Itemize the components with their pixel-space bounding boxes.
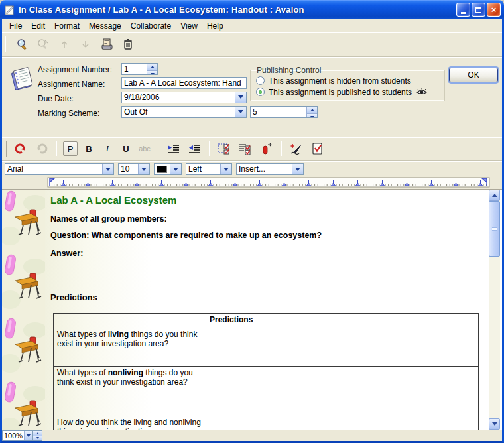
menu-message[interactable]: Message bbox=[84, 20, 126, 32]
out-of-spin-buttons[interactable] bbox=[306, 107, 317, 117]
marking-scheme-select[interactable]: Out Of bbox=[121, 106, 247, 118]
maximize-button[interactable] bbox=[472, 3, 485, 17]
table-row: How do you think the living and nonlivin… bbox=[54, 416, 479, 430]
radio-selected-icon[interactable] bbox=[256, 88, 265, 96]
titlebar[interactable]: In Class Assignment / Lab A - A Local Ec… bbox=[0, 0, 504, 19]
due-date-select[interactable]: 9/18/2006 bbox=[121, 92, 247, 103]
insert-select[interactable]: Insert... bbox=[236, 163, 304, 175]
marking-scheme-dropdown-arrow[interactable] bbox=[235, 107, 246, 117]
alignment-dropdown-arrow[interactable] bbox=[220, 164, 231, 174]
hidden-option[interactable]: This assignment is hidden from students bbox=[256, 76, 444, 86]
due-date-dropdown-arrow[interactable] bbox=[235, 92, 246, 103]
signature-pen-icon bbox=[289, 142, 304, 155]
answer-cell[interactable] bbox=[206, 366, 479, 416]
answer-cell[interactable] bbox=[206, 328, 479, 366]
predictions-heading: Predictions bbox=[50, 292, 489, 302]
document-editor[interactable]: Lab A - A Local Ecosystem Names of all g… bbox=[45, 190, 489, 430]
assignment-number-stepper[interactable]: 1 bbox=[121, 63, 158, 75]
doc-line-question: Question: What components are required t… bbox=[50, 231, 489, 241]
underline-button[interactable]: U bbox=[119, 141, 133, 156]
assignment-form: Assignment Number: 1 Assignment Name: La… bbox=[2, 57, 502, 137]
published-option[interactable]: This assignment is published to students bbox=[256, 88, 444, 97]
close-icon: × bbox=[491, 5, 497, 14]
signature-button[interactable] bbox=[288, 140, 305, 157]
doc-line-answer: Answer: bbox=[50, 249, 489, 259]
out-of-stepper[interactable]: 5 bbox=[250, 106, 318, 118]
doc-line-members: Names of all group members: bbox=[50, 214, 489, 224]
table-row: What types of nonliving things do you th… bbox=[54, 366, 479, 416]
alignment-select[interactable]: Left bbox=[186, 163, 232, 175]
font-family-select[interactable]: Arial bbox=[5, 163, 114, 175]
main-toolbar bbox=[2, 32, 502, 57]
outdent-icon bbox=[187, 143, 202, 155]
approve-button[interactable] bbox=[309, 140, 326, 157]
assignment-name-input[interactable]: Lab A - A Local Ecosystem: Hand bbox=[121, 77, 247, 89]
format-toolbar-grip[interactable] bbox=[5, 141, 7, 157]
zoom-dropdown-arrow[interactable] bbox=[24, 431, 32, 440]
table-header-row: Predictions bbox=[54, 313, 479, 328]
menu-file[interactable]: File bbox=[5, 20, 27, 32]
window-title: In Class Assignment / Lab A - A Local Ec… bbox=[19, 5, 456, 15]
checklist-button[interactable] bbox=[237, 140, 254, 157]
toolbar-grip[interactable] bbox=[5, 36, 7, 52]
undo-button[interactable] bbox=[12, 140, 29, 157]
window-icon bbox=[4, 4, 15, 15]
font-color-dropdown-arrow[interactable] bbox=[170, 164, 181, 174]
menu-format[interactable]: Format bbox=[50, 20, 84, 32]
ok-button[interactable]: OK bbox=[449, 68, 498, 82]
minimize-icon bbox=[461, 12, 466, 14]
search-again-icon bbox=[36, 38, 50, 51]
doc-heading: Lab A - A Local Ecosystem bbox=[50, 194, 489, 206]
menu-view[interactable]: View bbox=[176, 20, 202, 32]
approve-checkmark-icon bbox=[311, 142, 324, 155]
font-size-dropdown-arrow[interactable] bbox=[138, 164, 149, 174]
italic-button[interactable]: I bbox=[100, 141, 115, 156]
answer-cell[interactable] bbox=[206, 416, 479, 430]
menu-collaborate[interactable]: Collaborate bbox=[126, 20, 176, 32]
ruler[interactable] bbox=[2, 177, 502, 188]
scrollbar-thumb[interactable] bbox=[489, 201, 500, 257]
scrollbar-track[interactable] bbox=[489, 257, 500, 418]
eye-icon bbox=[416, 88, 428, 96]
indent-button[interactable] bbox=[164, 140, 182, 157]
marker-icon bbox=[261, 142, 273, 155]
assignment-icon bbox=[9, 64, 34, 91]
paragraph-style-button[interactable]: P bbox=[63, 141, 78, 156]
maximize-icon bbox=[475, 7, 481, 13]
indent-icon bbox=[166, 143, 180, 155]
scroll-up-button[interactable] bbox=[489, 190, 500, 201]
outdent-button[interactable] bbox=[186, 140, 203, 157]
zoom-stepper[interactable] bbox=[33, 430, 42, 441]
previous-button-disabled[interactable] bbox=[56, 36, 73, 53]
published-option-label: This assignment is published to students bbox=[269, 88, 412, 97]
search-icon bbox=[15, 38, 29, 51]
redo-button-disabled[interactable] bbox=[33, 140, 50, 157]
radio-unselected-icon[interactable] bbox=[256, 76, 265, 85]
strikethrough-button-disabled[interactable]: abc bbox=[137, 141, 152, 156]
search-button[interactable] bbox=[13, 36, 31, 53]
bold-button[interactable]: B bbox=[82, 141, 96, 156]
menu-edit[interactable]: Edit bbox=[27, 20, 50, 32]
ruler-row bbox=[2, 177, 502, 189]
delete-button[interactable] bbox=[119, 36, 137, 53]
assignment-number-spin-buttons[interactable] bbox=[147, 64, 157, 74]
zoom-select[interactable]: 100% bbox=[2, 430, 33, 441]
close-button[interactable]: × bbox=[487, 3, 501, 17]
print-button[interactable] bbox=[98, 36, 115, 53]
question-cell: How do you think the living and nonlivin… bbox=[54, 416, 206, 430]
color-swatch-black bbox=[157, 166, 167, 173]
font-color-select[interactable] bbox=[154, 163, 182, 175]
menu-bar: File Edit Format Message Collaborate Vie… bbox=[2, 19, 502, 32]
form-fields-button[interactable] bbox=[216, 140, 233, 157]
status-bar: 100% bbox=[2, 430, 502, 441]
font-size-select[interactable]: 10 bbox=[118, 163, 150, 175]
marker-button[interactable] bbox=[258, 140, 275, 157]
vertical-scrollbar[interactable] bbox=[489, 190, 500, 430]
scroll-down-button[interactable] bbox=[489, 418, 500, 430]
insert-dropdown-arrow[interactable] bbox=[292, 164, 303, 174]
minimize-button[interactable] bbox=[456, 3, 470, 17]
next-button-disabled[interactable] bbox=[77, 36, 94, 53]
menu-help[interactable]: Help bbox=[202, 20, 228, 32]
font-family-dropdown-arrow[interactable] bbox=[102, 164, 113, 174]
search-again-button-disabled[interactable] bbox=[34, 36, 52, 53]
